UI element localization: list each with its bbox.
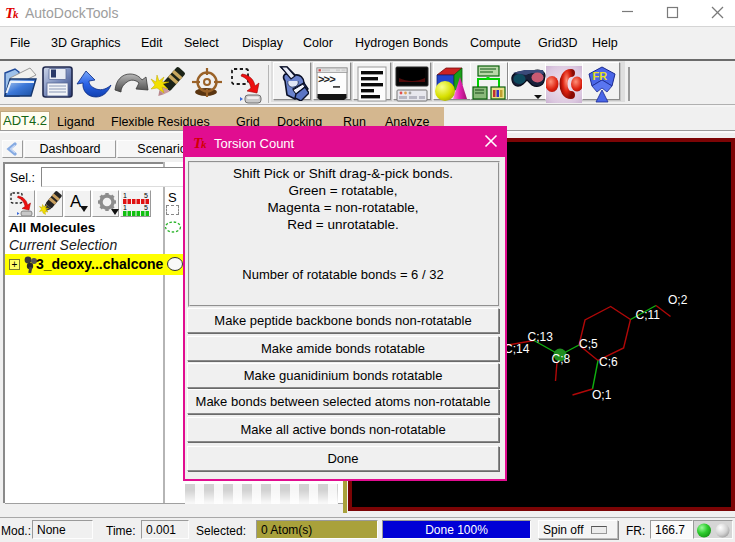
svg-text:k: k bbox=[201, 138, 207, 150]
svg-text:>>>: >>> bbox=[318, 74, 336, 86]
svg-text:1: 1 bbox=[123, 204, 127, 211]
svg-text:C;6: C;6 bbox=[599, 355, 618, 369]
svg-text:C;13: C;13 bbox=[528, 330, 554, 344]
svg-text:FR: FR bbox=[593, 70, 608, 82]
svg-text:5: 5 bbox=[144, 192, 148, 199]
svg-text:C;5: C;5 bbox=[579, 337, 598, 351]
svg-text:C;11: C;11 bbox=[636, 308, 661, 322]
svg-text:1: 1 bbox=[123, 192, 127, 199]
svg-text:O;1: O;1 bbox=[592, 388, 612, 402]
svg-text:5: 5 bbox=[144, 204, 148, 211]
svg-text:C;14: C;14 bbox=[504, 342, 530, 356]
svg-text:k: k bbox=[13, 8, 19, 20]
svg-text:O;2: O;2 bbox=[668, 293, 688, 307]
svg-text:C;8: C;8 bbox=[552, 352, 571, 366]
